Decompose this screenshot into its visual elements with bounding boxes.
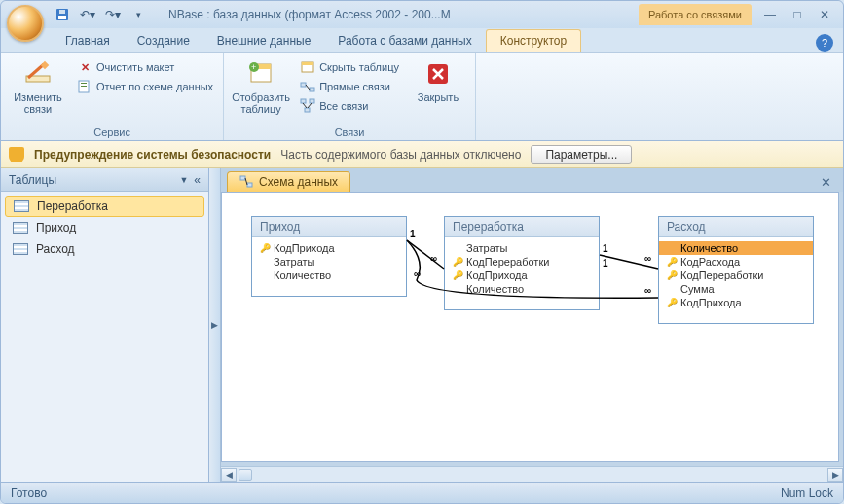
title-bar: ↶▾ ↷▾ ▾ NBase : база данных (формат Acce… — [1, 1, 843, 28]
status-bar: Готово Num Lock — [1, 482, 843, 503]
hide-table-button[interactable]: Скрыть таблицу — [296, 58, 403, 76]
show-table-button[interactable]: + Отобразить таблицу — [230, 54, 292, 119]
cardinality-many: ∞ — [414, 269, 421, 279]
nav-item-pererabotka[interactable]: Переработка — [5, 196, 204, 217]
key-icon: 🔑 — [667, 257, 677, 267]
clear-icon: ✕ — [77, 59, 92, 75]
field-row[interactable]: 🔑КодПереработки — [445, 255, 599, 269]
key-icon: 🔑 — [260, 243, 270, 253]
dropdown-icon[interactable]: ▼ — [179, 175, 188, 185]
tab-database-tools[interactable]: Работа с базами данных — [324, 30, 485, 52]
nav-pane-header[interactable]: Таблицы ▼ « — [1, 168, 208, 192]
svg-rect-18 — [310, 99, 314, 103]
main-area: Таблицы ▼ « Переработка Приход Расход ▶ … — [1, 168, 843, 482]
svg-line-21 — [308, 103, 312, 108]
scroll-right-icon[interactable]: ▶ — [827, 468, 843, 482]
nav-item-prihod[interactable]: Приход — [1, 217, 208, 238]
tab-design[interactable]: Конструктор — [486, 29, 581, 52]
svg-text:+: + — [251, 62, 256, 72]
entity-title: Переработка — [445, 217, 599, 237]
field-row[interactable]: Количество — [252, 269, 406, 282]
key-icon: 🔑 — [453, 257, 462, 267]
svg-rect-4 — [41, 61, 49, 69]
key-icon: 🔑 — [667, 298, 677, 307]
report-icon — [77, 79, 92, 94]
ribbon-group-service-label: Сервис — [7, 125, 217, 140]
cardinality-one: 1 — [410, 229, 416, 239]
field-row[interactable]: 🔑КодРасхода — [659, 255, 813, 269]
field-row[interactable]: 🔑КодПрихода — [445, 269, 599, 282]
svg-rect-6 — [81, 83, 87, 84]
schema-report-button[interactable]: Отчет по схеме данных — [73, 78, 217, 95]
field-row[interactable]: Количество — [445, 282, 599, 296]
svg-rect-1 — [58, 16, 66, 19]
tab-home[interactable]: Главная — [52, 30, 124, 52]
entity-pererabotka[interactable]: Переработка Затраты 🔑КодПереработки 🔑Код… — [444, 216, 600, 310]
context-tab-group-label: Работа со связями — [639, 4, 752, 25]
field-row[interactable]: 🔑КодПрихода — [659, 296, 813, 309]
cardinality-many: ∞ — [644, 253, 651, 264]
nav-item-rashod[interactable]: Расход — [1, 238, 208, 260]
entity-rashod[interactable]: Расход Количество 🔑КодРасхода 🔑КодПерера… — [658, 216, 814, 324]
quick-access-toolbar: ↶▾ ↷▾ ▾ — [52, 4, 149, 25]
cardinality-many: ∞ — [644, 285, 651, 296]
close-icon — [422, 58, 454, 90]
security-message: Часть содержимого базы данных отключено — [280, 148, 521, 162]
document-tab-schema[interactable]: Схема данных — [227, 171, 350, 192]
collapse-nav-icon[interactable]: « — [194, 173, 201, 187]
tab-create[interactable]: Создание — [124, 30, 203, 52]
field-row[interactable]: Затраты — [445, 241, 599, 255]
field-row[interactable]: Сумма — [659, 282, 813, 296]
field-row[interactable]: Затраты — [252, 255, 406, 269]
entity-prihod[interactable]: Приход 🔑КодПрихода Затраты Количество — [251, 216, 407, 297]
show-table-icon: + — [245, 58, 276, 90]
maximize-button[interactable]: □ — [789, 7, 806, 22]
relations-icon — [239, 175, 253, 189]
ribbon-group-links: + Отобразить таблицу Скрыть таблицу Прям… — [224, 53, 476, 140]
tab-external-data[interactable]: Внешние данные — [203, 30, 325, 52]
direct-links-button[interactable]: Прямые связи — [296, 78, 403, 95]
security-options-button[interactable]: Параметры... — [531, 145, 632, 164]
security-warning-bar: Предупреждение системы безопасности Част… — [1, 141, 843, 168]
status-ready: Готово — [11, 486, 47, 500]
ribbon-tabs: Главная Создание Внешние данные Работа с… — [1, 28, 843, 52]
scroll-thumb[interactable] — [239, 469, 252, 481]
undo-icon[interactable]: ↶▾ — [77, 4, 98, 25]
svg-rect-2 — [59, 10, 65, 14]
cardinality-many: ∞ — [430, 253, 437, 264]
edit-relations-button[interactable]: Изменить связи — [7, 54, 69, 119]
save-icon[interactable] — [52, 4, 73, 25]
svg-rect-23 — [240, 176, 245, 180]
key-icon: 🔑 — [453, 270, 462, 280]
cardinality-one: 1 — [603, 258, 608, 269]
entity-title: Расход — [659, 217, 813, 237]
ribbon-group-service: Изменить связи ✕Очистить макет Отчет по … — [1, 53, 224, 140]
all-links-icon — [300, 98, 315, 114]
table-icon — [13, 243, 28, 255]
horizontal-scrollbar[interactable]: ◀ ▶ — [221, 466, 843, 482]
minimize-button[interactable]: — — [761, 7, 779, 22]
svg-rect-24 — [247, 183, 252, 187]
help-icon[interactable]: ? — [816, 34, 833, 52]
close-label: Закрыть — [418, 91, 459, 103]
office-button[interactable] — [7, 5, 44, 42]
relations-canvas[interactable]: Приход 🔑КодПрихода Затраты Количество Пе… — [221, 192, 839, 462]
qat-customize-icon[interactable]: ▾ — [128, 4, 149, 25]
svg-rect-19 — [305, 108, 310, 112]
svg-line-25 — [245, 178, 247, 185]
scroll-left-icon[interactable]: ◀ — [221, 468, 237, 482]
redo-icon[interactable]: ↷▾ — [102, 4, 124, 25]
security-title: Предупреждение системы безопасности — [34, 148, 271, 162]
shutter-bar[interactable]: ▶ — [209, 168, 221, 482]
clear-layout-button[interactable]: ✕Очистить макет — [73, 58, 217, 76]
svg-rect-13 — [302, 62, 313, 65]
field-row[interactable]: Количество — [659, 241, 813, 255]
field-row[interactable]: 🔑КодПрихода — [252, 241, 406, 255]
close-button[interactable]: ✕ — [816, 7, 833, 22]
close-relations-button[interactable]: Закрыть — [407, 54, 469, 107]
all-links-button[interactable]: Все связи — [296, 97, 403, 115]
field-row[interactable]: 🔑КодПереработки — [659, 269, 813, 282]
close-document-button[interactable]: ✕ — [815, 173, 837, 192]
key-icon: 🔑 — [667, 270, 677, 280]
edit-relations-icon — [22, 58, 54, 90]
